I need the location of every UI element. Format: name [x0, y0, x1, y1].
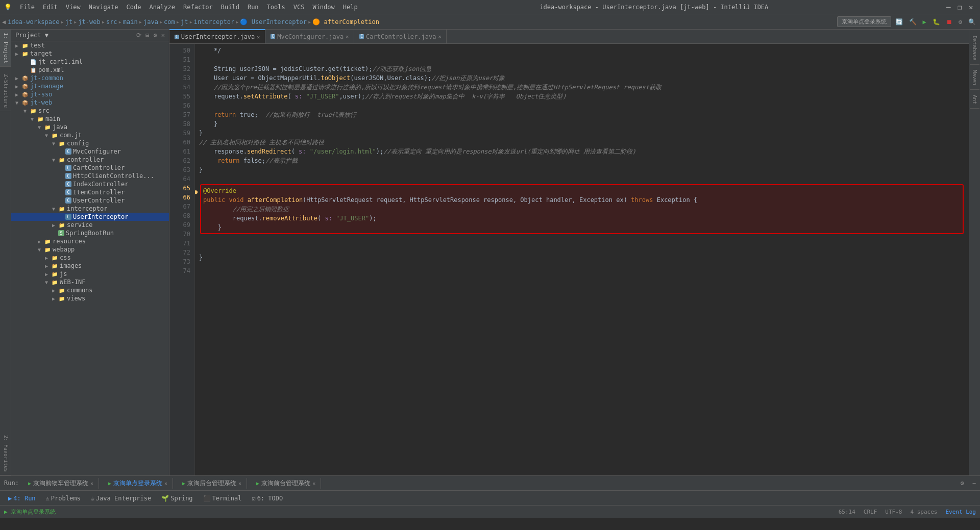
run-tab-close[interactable]: ✕ — [164, 481, 167, 486]
tree-item-js[interactable]: ▶ 📁 js — [11, 270, 169, 278]
maven-tab[interactable]: Maven — [970, 66, 979, 90]
tree-item-interceptor[interactable]: ▼ 📁 interceptor — [11, 205, 169, 213]
tool-todo[interactable]: ☑ 6: TODO — [248, 494, 287, 503]
bc-class[interactable]: 🔵 UserInterceptor — [240, 18, 307, 26]
tree-item-iml[interactable]: 📄 jt-cart1.iml — [11, 58, 169, 66]
tree-item-jt-manage[interactable]: ▶ 📦 jt-manage — [11, 82, 169, 90]
bc-interceptor[interactable]: interceptor — [194, 18, 234, 26]
sync-icon[interactable]: ⟳ — [136, 32, 141, 39]
ant-tab[interactable]: Ant — [970, 91, 979, 109]
menu-edit[interactable]: Edit — [39, 3, 62, 12]
bc-com[interactable]: com — [164, 18, 175, 26]
close-button[interactable]: ✕ — [969, 4, 976, 11]
tree-item-springbootrun[interactable]: S SpringBootRun — [11, 229, 169, 237]
run-tab-cart[interactable]: ▶ 京淘购物车管理系统 ✕ — [23, 478, 99, 489]
favorites-tab[interactable]: 2: Favorites — [0, 432, 11, 475]
tool-problems[interactable]: ⚠ Problems — [42, 494, 85, 503]
indent-settings[interactable]: 4 spaces — [910, 509, 937, 515]
refresh-icon[interactable]: 🔄 — [893, 18, 905, 26]
menu-build[interactable]: Build — [217, 3, 243, 12]
tree-item-config[interactable]: ▼ 📁 config — [11, 139, 169, 147]
menu-analyze[interactable]: Analyze — [145, 3, 179, 12]
tree-item-jt-sso[interactable]: ▶ 📦 jt-sso — [11, 90, 169, 98]
run-tab-frontend[interactable]: ▶ 京淘前台管理系统 ✕ — [251, 478, 321, 489]
event-log[interactable]: Event Log — [945, 509, 976, 515]
tree-item-itemcontroller[interactable]: C ItemController — [11, 188, 169, 196]
settings-icon[interactable]: ⚙ — [957, 18, 964, 26]
tree-item-cartcontroller[interactable]: C CartController — [11, 164, 169, 172]
tree-item-webapp[interactable]: ▼ 📁 webapp — [11, 245, 169, 254]
tab-cartcontroller[interactable]: C CartController.java ✕ — [354, 29, 447, 43]
menu-view[interactable]: View — [62, 3, 85, 12]
tree-item-views[interactable]: ▶ 📁 views — [11, 294, 169, 302]
menu-file[interactable]: File — [16, 3, 39, 12]
tree-item-indexcontroller[interactable]: C IndexController — [11, 180, 169, 188]
bc-jt2[interactable]: jt — [181, 18, 188, 26]
run-config-dropdown[interactable]: 京淘单点登录系统 — [837, 16, 891, 27]
line-ending[interactable]: CRLF — [864, 509, 877, 515]
database-tab[interactable]: Database — [970, 32, 979, 65]
tree-item-commons[interactable]: ▶ 📁 commons — [11, 286, 169, 294]
tool-run[interactable]: ▶ 4: Run — [4, 494, 40, 503]
tool-terminal[interactable]: ⬛ Terminal — [199, 494, 246, 503]
menu-vcs[interactable]: VCS — [289, 3, 309, 12]
bc-jt-web[interactable]: jt-web — [78, 18, 100, 26]
code-content[interactable]: */ String userJSON = jedisCluster.get(ti… — [195, 44, 969, 475]
bc-jt[interactable]: jt — [65, 18, 72, 26]
run-settings-icon[interactable]: ⚙ — [961, 479, 964, 487]
run-icon[interactable]: ▶ — [921, 18, 928, 26]
bc-method[interactable]: 🟠 afterCompletion — [312, 18, 379, 26]
stop-icon[interactable]: ⏹ — [944, 18, 954, 26]
tree-item-src[interactable]: ▼ 📁 src — [11, 107, 169, 115]
bc-src[interactable]: src — [106, 18, 117, 26]
tree-item-usercontroller[interactable]: C UserController — [11, 196, 169, 205]
tree-item-userinterceptor[interactable]: C UserInterceptor — [11, 213, 169, 221]
tree-item-webinf[interactable]: ▼ 📁 WEB-INF — [11, 278, 169, 286]
menu-tools[interactable]: Tools — [263, 3, 289, 12]
tree-item-main[interactable]: ▼ 📁 main — [11, 115, 169, 123]
file-encoding[interactable]: UTF-8 — [885, 509, 902, 515]
menu-refactor[interactable]: Refactor — [179, 3, 217, 12]
tab-close-icon[interactable]: ✕ — [438, 34, 441, 39]
tab-userinterceptor[interactable]: C UserInterceptor.java ✕ — [169, 29, 265, 43]
menu-code[interactable]: Code — [122, 3, 145, 12]
tab-close-icon[interactable]: ✕ — [257, 34, 260, 40]
run-tab-close[interactable]: ✕ — [90, 481, 93, 486]
collapse-icon[interactable]: ⊟ — [145, 32, 149, 39]
tree-item-httpclientcontroller[interactable]: C HttpClientControlle... — [11, 172, 169, 180]
minimize-button[interactable]: ─ — [946, 4, 953, 11]
run-collapse-icon[interactable]: − — [972, 479, 976, 487]
tree-item-images[interactable]: ▶ 📁 images — [11, 262, 169, 270]
run-tab-close[interactable]: ✕ — [312, 481, 315, 486]
tree-item-controller[interactable]: ▼ 📁 controller — [11, 156, 169, 164]
nav-back-icon[interactable]: ◀ — [2, 18, 6, 26]
settings-tree-icon[interactable]: ⚙ — [154, 32, 157, 39]
menu-help[interactable]: Help — [339, 3, 362, 12]
build-icon[interactable]: 🔨 — [907, 18, 919, 26]
tool-java-enterprise[interactable]: ☕ Java Enterprise — [87, 494, 156, 503]
tree-item-css[interactable]: ▶ 📁 css — [11, 254, 169, 262]
tree-item-comjt[interactable]: ▼ 📁 com.jt — [11, 131, 169, 139]
run-tab-close[interactable]: ✕ — [238, 481, 241, 486]
structure-tab[interactable]: Z-Structure — [0, 71, 11, 111]
project-tab[interactable]: 1: Project — [0, 30, 11, 67]
close-panel-icon[interactable]: ✕ — [161, 32, 165, 39]
tree-item-target[interactable]: ▶ 📁 target — [11, 49, 169, 58]
tree-item-test[interactable]: ▶ 📁 test — [11, 41, 169, 49]
run-tab-backend[interactable]: ▶ 京淘后台管理系统 ✕ — [177, 478, 247, 489]
tab-close-icon[interactable]: ✕ — [346, 34, 349, 39]
tree-item-java[interactable]: ▼ 📁 java — [11, 123, 169, 131]
tree-item-jt-common[interactable]: ▶ 📦 jt-common — [11, 74, 169, 82]
tree-item-pom[interactable]: 📋 pom.xml — [11, 66, 169, 74]
bc-main[interactable]: main — [123, 18, 138, 26]
tree-item-resources[interactable]: ▶ 📁 resources — [11, 237, 169, 245]
menu-navigate[interactable]: Navigate — [85, 3, 122, 12]
debug-icon[interactable]: 🐛 — [930, 18, 942, 26]
search-icon[interactable]: 🔍 — [966, 18, 978, 26]
tree-item-service[interactable]: ▶ 📁 service — [11, 221, 169, 229]
menu-run[interactable]: Run — [243, 3, 263, 12]
tab-mvcconfigurer[interactable]: C MvcConfigurer.java ✕ — [265, 29, 354, 43]
maximize-button[interactable]: ❐ — [958, 4, 965, 11]
run-tab-sso[interactable]: ▶ 京淘单点登录系统 ✕ — [103, 478, 173, 489]
bc-java[interactable]: java — [143, 18, 158, 26]
